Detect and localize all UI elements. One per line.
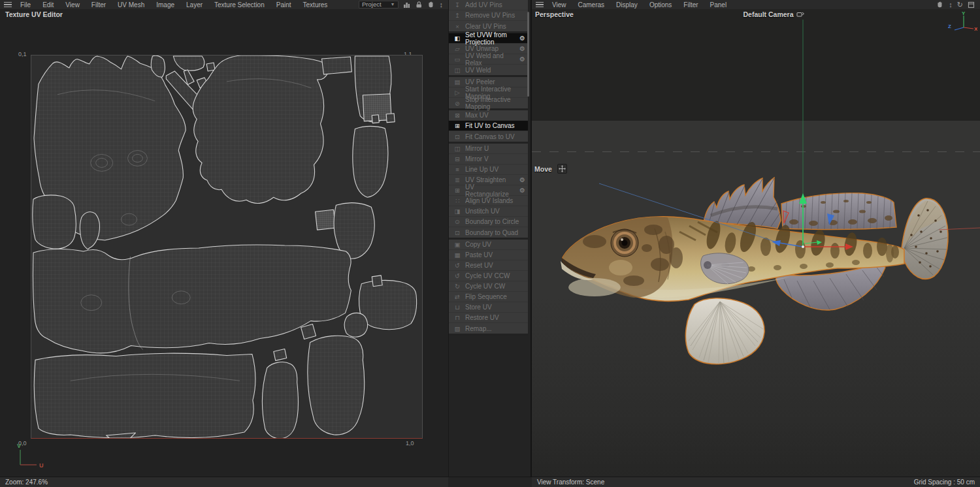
- vp-menu-filter[interactable]: Filter: [678, 1, 704, 8]
- menu-file[interactable]: File: [14, 1, 37, 8]
- camera-label[interactable]: Default Camera: [728, 10, 819, 18]
- menu-view[interactable]: View: [59, 1, 86, 8]
- uv-command-set-uvw-from-projection[interactable]: ◧Set UVW from Projection⚙: [449, 33, 528, 44]
- uv-command-flip-sequence[interactable]: ⇄Flip Sequence: [449, 292, 528, 302]
- rectangularize-icon: ⊞: [453, 187, 462, 194]
- uv-commands-panel: ↧Add UV Pins↥Remove UV Pins×Clear UV Pin…: [448, 0, 532, 487]
- orientation-gizmo[interactable]: Y Z X: [947, 10, 977, 33]
- uv-island: [274, 349, 287, 360]
- project-dropdown[interactable]: Project ▼: [359, 1, 399, 8]
- uv-island: [301, 324, 316, 339]
- uv-command-label: Fit UV to Canvas: [465, 122, 525, 129]
- hand-icon[interactable]: [936, 1, 944, 8]
- menu-filter[interactable]: Filter: [86, 1, 112, 8]
- vp-menu-view[interactable]: View: [546, 1, 572, 8]
- viewport-3d[interactable]: Perspective Default Camera Y Z X Move: [532, 9, 980, 477]
- uv-command-mirror-v[interactable]: ⊟Mirror V: [449, 154, 528, 165]
- menu-edit[interactable]: Edit: [37, 1, 59, 8]
- uv-island: [322, 57, 352, 74]
- vp-menu-display[interactable]: Display: [610, 1, 644, 8]
- gear-icon[interactable]: ⚙: [519, 45, 525, 52]
- uv-command-uv-weld-and-relax[interactable]: ▭UV Weld and Relax⚙: [449, 54, 528, 65]
- uv-command-uv-weld[interactable]: ◫UV Weld: [449, 65, 528, 75]
- gear-icon[interactable]: ⚙: [519, 187, 525, 194]
- uv-command-label: Max UV: [465, 112, 525, 119]
- gear-icon[interactable]: ⚙: [519, 176, 525, 183]
- remap-icon: ▨: [453, 325, 462, 332]
- menu-layer[interactable]: Layer: [180, 1, 208, 8]
- updown-icon[interactable]: ↕: [949, 1, 953, 8]
- uv-command-cycle-uv-ccw[interactable]: ↺Cycle UV CCW: [449, 271, 528, 281]
- vp-menu-panel[interactable]: Panel: [704, 1, 733, 8]
- uv-command-copy-uv[interactable]: ▣Copy UV: [449, 240, 528, 250]
- uv-command-remap[interactable]: ▨Remap...: [449, 323, 528, 334]
- uv-island: [80, 212, 99, 249]
- uv-command-line-up-uv[interactable]: ≡Line Up UV: [449, 165, 528, 175]
- uv-command-label: Copy UV: [465, 241, 525, 248]
- vp-menu-options[interactable]: Options: [644, 1, 678, 8]
- vp-menu-cameras[interactable]: Cameras: [572, 1, 611, 8]
- uv-axis-indicator: V U: [12, 441, 51, 471]
- uv-command-add-uv-pins[interactable]: ↧Add UV Pins: [449, 0, 528, 10]
- menu-paint[interactable]: Paint: [270, 1, 297, 8]
- uv-island: [353, 126, 388, 197]
- uv-command-label: Boundary to Circle: [465, 218, 525, 225]
- fit-canvas-icon: ⊡: [453, 133, 462, 140]
- uv-command-store-uv[interactable]: ⊔Store UV: [449, 302, 528, 313]
- hamburger-menu-icon[interactable]: [4, 2, 12, 8]
- uv-command-boundary-to-circle[interactable]: ⊙Boundary to Circle: [449, 217, 528, 227]
- histogram-icon[interactable]: [403, 1, 410, 8]
- play-icon: ▷: [453, 89, 462, 96]
- uv-command-max-uv[interactable]: ⊠Max UV: [449, 110, 528, 121]
- weld-icon: ◫: [453, 67, 462, 74]
- uv-command-reset-uv[interactable]: ↺Reset UV: [449, 260, 528, 271]
- window-icon[interactable]: [968, 1, 975, 8]
- uv-command-uv-rectangularize[interactable]: ⊞UV Rectangularize⚙: [449, 185, 528, 196]
- uv-corner-label-01: 0,1: [18, 51, 27, 57]
- menu-textures[interactable]: Textures: [297, 1, 334, 8]
- lock-icon[interactable]: [415, 1, 423, 8]
- tool-label: Move: [534, 165, 552, 173]
- grid-spacing: Grid Spacing : 50 cm: [914, 479, 975, 486]
- menu-uv-mesh[interactable]: UV Mesh: [112, 1, 150, 8]
- fish-model[interactable]: [555, 170, 960, 379]
- menu-image[interactable]: Image: [150, 1, 180, 8]
- hand-icon[interactable]: [427, 1, 435, 8]
- uv-island: [193, 55, 329, 203]
- uv-island: [308, 336, 365, 435]
- uv-island: [263, 362, 299, 438]
- v-axis-label: V: [17, 443, 21, 449]
- uv-command-align-uv-islands[interactable]: ∷Align UV Islands: [449, 196, 528, 206]
- fish-second-dorsal-fin: [781, 193, 896, 229]
- uv-command-boundary-to-quad[interactable]: ⊡Boundary to Quad: [449, 227, 528, 238]
- uv-command-unstitch-uv[interactable]: ◨Unstitch UV: [449, 206, 528, 217]
- uv-editor-menubar: FileEditViewFilterUV MeshImageLayerTextu…: [0, 0, 448, 9]
- uv-command-fit-canvas-to-uv[interactable]: ⊡Fit Canvas to UV: [449, 131, 528, 142]
- menu-texture-selection[interactable]: Texture Selection: [208, 1, 270, 8]
- viewport-menubar: ViewCamerasDisplayOptionsFilterPanel ↕ ↻: [532, 0, 980, 9]
- hamburger-menu-icon[interactable]: [536, 2, 544, 8]
- uv-island: [359, 280, 417, 329]
- orbit-icon[interactable]: ↻: [957, 1, 963, 8]
- uv-command-label: UV Rectangularize: [465, 183, 519, 198]
- uv-command-fit-uv-to-canvas[interactable]: ⊞Fit UV to Canvas: [449, 121, 528, 131]
- scrollbar-thumb[interactable]: [527, 12, 529, 97]
- gear-icon[interactable]: ⚙: [519, 35, 525, 42]
- uv-command-clear-uv-pins[interactable]: ×Clear UV Pins: [449, 21, 528, 31]
- line-up-icon: ≡: [453, 166, 462, 173]
- fish-caudal-fin: [902, 198, 948, 279]
- camera-swap-icon: [796, 11, 804, 18]
- uv-command-remove-uv-pins[interactable]: ↥Remove UV Pins: [449, 10, 528, 21]
- uv-command-label: Store UV: [465, 304, 525, 311]
- gear-icon[interactable]: ⚙: [519, 55, 525, 63]
- updown-icon[interactable]: ↕: [440, 1, 444, 8]
- uv-command-paste-uv[interactable]: ▦Paste UV: [449, 250, 528, 260]
- viewport-sky: [532, 9, 980, 121]
- uv-canvas[interactable]: [31, 55, 423, 439]
- uv-command-restore-uv[interactable]: ⊓Restore UV: [449, 313, 528, 323]
- texture-uv-editor-panel: FileEditViewFilterUV MeshImageLayerTextu…: [0, 0, 448, 487]
- uv-corner-label-10: 1,0: [406, 440, 414, 447]
- uv-command-stop-interactive-mapping[interactable]: ⊘Stop Interactive Mapping: [449, 98, 528, 108]
- uv-command-mirror-u[interactable]: ◫Mirror U: [449, 144, 528, 154]
- uv-command-cycle-uv-cw[interactable]: ↻Cycle UV CW: [449, 281, 528, 292]
